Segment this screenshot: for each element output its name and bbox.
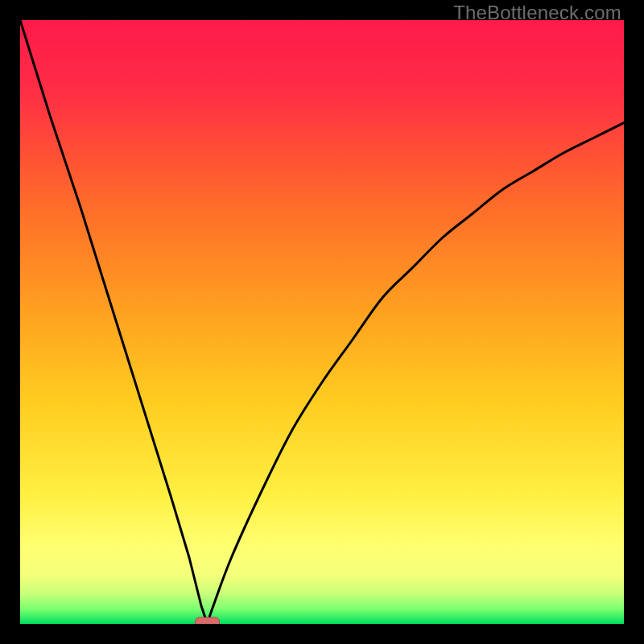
chart-frame: TheBottleneck.com [0, 0, 644, 644]
chart-svg [20, 20, 624, 624]
optimum-marker [196, 617, 220, 624]
gradient-background [20, 20, 624, 624]
plot-area [20, 20, 624, 624]
watermark-text: TheBottleneck.com [453, 2, 621, 24]
